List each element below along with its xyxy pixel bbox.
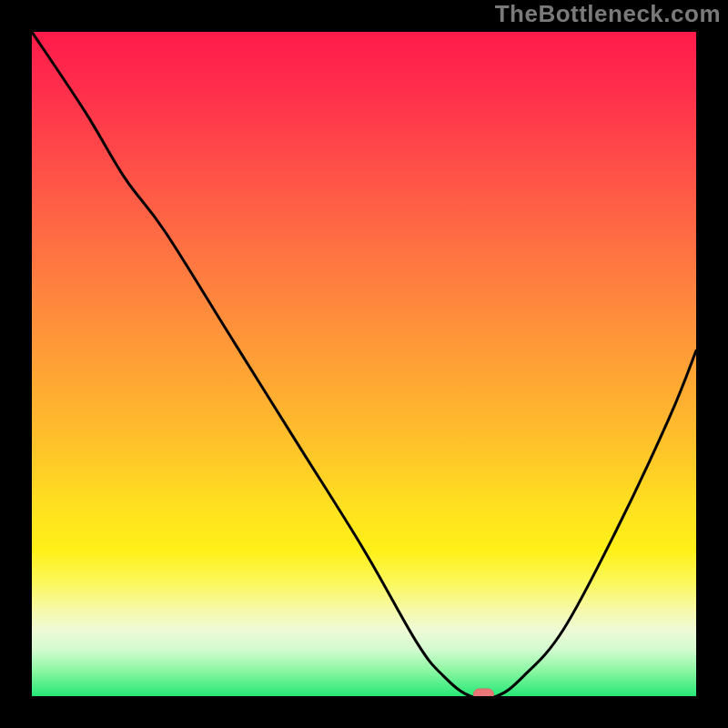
chart-container: TheBottleneck.com [0, 0, 728, 728]
bottleneck-curve [32, 32, 696, 696]
chart-svg [32, 32, 696, 696]
plot-area [32, 32, 696, 696]
watermark-text: TheBottleneck.com [495, 0, 721, 28]
optimum-marker [473, 689, 493, 696]
